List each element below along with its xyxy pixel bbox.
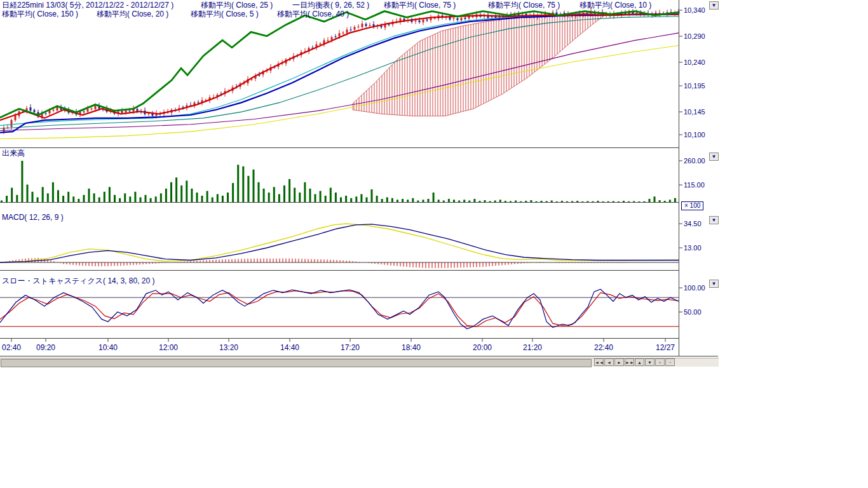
scrollbar-button-3[interactable]: ►►: [625, 358, 634, 366]
pane-title-0: 出来高: [2, 149, 25, 158]
scrollbar-button-4[interactable]: ▲: [635, 358, 644, 366]
time-label: 18:40: [402, 344, 421, 352]
scrollbar-button-5[interactable]: ▼: [645, 358, 654, 366]
indicator-label-row1-3: 移動平均( Close, 75 ): [384, 1, 456, 10]
indicator-label-row2-0: 移動平均( Close, 150 ): [2, 10, 78, 18]
indicator-label-row1-4: 移動平均( Close, 75 ): [488, 1, 560, 10]
indicator-label-row1-0: 日経225mini 13/03( 5分, 2012/12/22 - 2012/1…: [2, 1, 173, 10]
scrollbar-button-6[interactable]: ＋: [655, 358, 665, 366]
volume-tick-label: 115.00: [684, 181, 705, 189]
volume-bars: [1, 161, 676, 202]
indicator-label-row1-2: 一目均衡表( 9, 26, 52 ): [292, 1, 369, 10]
time-label: 12/27: [656, 344, 675, 352]
chart-canvas: [0, 0, 719, 357]
pane-menu-button-3[interactable]: ▼: [709, 280, 719, 288]
scrollbar-buttons: ◄◄◄►►►▲▼＋－: [594, 358, 675, 367]
chart-application-window: 日経225mini 13/03( 5分, 2012/12/22 - 2012/1…: [0, 0, 868, 488]
pane-menu-button-0[interactable]: ▼: [709, 1, 719, 10]
indicator-label-row2-1: 移動平均( Close, 20 ): [97, 10, 168, 18]
stoch-percent_D-line: [0, 291, 679, 327]
macd-tick-label: 13.00: [684, 244, 702, 252]
indicator-label-row1-5: 移動平均( Close, 10 ): [580, 1, 651, 10]
macd-tick-label: 34.50: [684, 220, 702, 227]
price-tick-label: 10,340: [684, 6, 705, 14]
time-label: 21:20: [523, 344, 542, 352]
macd-macd-line: [0, 224, 679, 262]
time-label: 02:40: [2, 344, 21, 352]
price-tick-label: 10,195: [684, 82, 705, 90]
scrollbar-button-7[interactable]: －: [665, 358, 675, 366]
price-tick-label: 10,145: [684, 108, 705, 116]
stoch-percent_K-line: [0, 289, 679, 329]
time-label: 14:40: [280, 344, 299, 352]
macd-signal-line: [0, 224, 679, 262]
time-label: 09:20: [36, 344, 55, 352]
ma_purple-line: [0, 33, 679, 131]
pane-menu-button-2[interactable]: ▼: [709, 216, 719, 224]
time-label: 13:20: [219, 344, 238, 352]
scrollbar-button-0[interactable]: ◄◄: [594, 358, 604, 366]
pane-title-1: MACD( 12, 26, 9 ): [2, 214, 64, 222]
time-label: 10:40: [98, 344, 118, 352]
price-tick-label: 10,290: [684, 32, 705, 40]
volume-multiplier-badge: × 100: [681, 201, 703, 210]
time-label: 17:20: [341, 344, 360, 352]
volume-tick-label: 260.00: [684, 157, 705, 165]
pane-menu-button-1[interactable]: ▼: [709, 152, 719, 161]
scrollbar-button-1[interactable]: ◄: [604, 358, 614, 366]
pane-title-2: スロー・ストキャスティクス( 14, 3, 80, 20 ): [2, 277, 154, 285]
stoch-tick-label: 100.00: [684, 284, 705, 292]
stoch-tick-label: 50.00: [684, 308, 702, 316]
horizontal-scrollbar[interactable]: ◄◄◄►►►▲▼＋－: [0, 358, 719, 367]
price-tick-label: 10,240: [684, 58, 705, 66]
ichimoku-cloud: [353, 12, 607, 116]
scrollbar-button-2[interactable]: ►: [614, 358, 624, 366]
scrollbar-thumb[interactable]: [1, 359, 592, 367]
price-tick-label: 10,100: [684, 131, 705, 139]
indicator-label-row2-2: 移動平均( Close, 5 ): [191, 10, 259, 18]
indicator-label-row1-1: 移動平均( Close, 25 ): [201, 1, 273, 10]
indicator-label-row2-3: 移動平均( Close, 40 ): [277, 10, 349, 18]
time-label: 12:00: [159, 344, 178, 352]
time-label: 20:00: [473, 344, 492, 352]
time-label: 22:40: [594, 344, 613, 352]
